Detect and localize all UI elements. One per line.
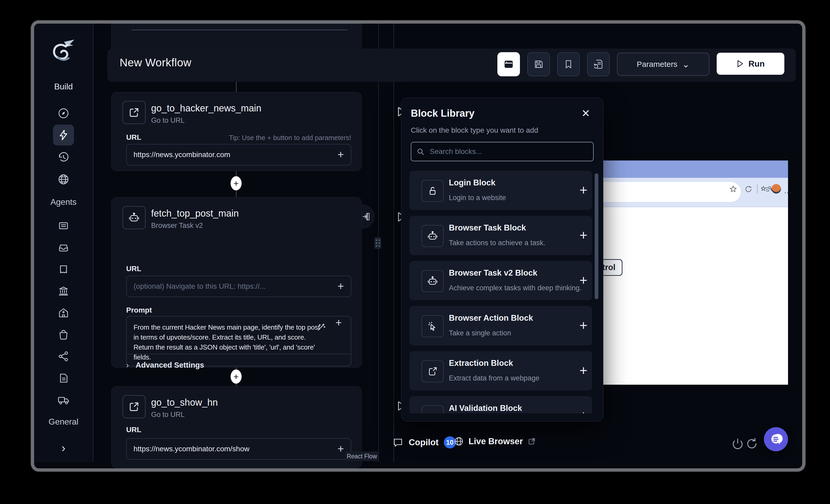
item-title: Login Block: [449, 178, 495, 188]
add-block-between-button[interactable]: +: [231, 369, 242, 383]
sidebar-item-discover[interactable]: [53, 103, 74, 124]
browser-window-icon: [503, 59, 514, 70]
power-icon: [731, 437, 744, 450]
search-box[interactable]: [411, 142, 594, 161]
url-input[interactable]: (optional) Navigate to this URL: https:/…: [126, 276, 351, 297]
generate-code-button[interactable]: [587, 52, 610, 76]
editor-view-button[interactable]: [498, 52, 520, 76]
extract-icon: [421, 360, 444, 382]
flow-node-go-to-hacker-news-main[interactable]: go_to_hacker_news_main Go to URL ⋯ URL T…: [111, 92, 362, 171]
sidebar: Build Agents: [34, 24, 93, 462]
close-panel-button[interactable]: ✕: [579, 106, 593, 121]
sidebar-agent-logistics[interactable]: [53, 390, 74, 410]
refresh-button[interactable]: [745, 437, 758, 450]
circle-check-icon: [421, 405, 444, 413]
chevron-right-icon: ›: [62, 441, 66, 455]
add-block-button[interactable]: +: [579, 318, 587, 332]
open-external-icon[interactable]: [528, 437, 536, 445]
wand-sparkle-icon: [317, 323, 325, 332]
flow-node-fetch-top-post-main[interactable]: fetch_top_post_main Browser Task v2 ⋯ UR…: [111, 197, 362, 368]
add-block-button[interactable]: +: [579, 183, 587, 197]
run-button[interactable]: Run: [717, 53, 784, 75]
plus-icon: +: [233, 178, 239, 189]
power-button[interactable]: [731, 437, 744, 450]
chevron-right-icon: ›: [126, 361, 129, 369]
item-description: Take actions to achieve a task.: [449, 239, 545, 247]
sidebar-agent-bank[interactable]: [53, 280, 74, 302]
react-flow-attribution[interactable]: React Flow: [345, 451, 379, 461]
sidebar-expand-button[interactable]: ›: [53, 437, 74, 458]
browser-avatar: [771, 184, 781, 194]
sidebar-agent-inbox[interactable]: [53, 237, 74, 258]
robot-icon: [123, 206, 146, 229]
panel-subtitle: Click on the block type you want to add: [411, 126, 538, 135]
library-item-browser-action-block[interactable]: Browser Action Block Take a single actio…: [410, 306, 592, 345]
parameters-label: Parameters: [637, 60, 677, 69]
sidebar-agent-pharmacy[interactable]: [53, 302, 74, 323]
ai-improve-button[interactable]: [317, 323, 325, 332]
add-block-button[interactable]: +: [579, 228, 587, 242]
live-browser-toggle[interactable]: Live Browser: [454, 436, 536, 446]
library-item-browser-task-block[interactable]: Browser Task Block Take actions to achie…: [410, 216, 592, 255]
ribbon-icon: [58, 263, 69, 275]
bag-icon: [58, 329, 69, 341]
save-button[interactable]: [527, 52, 550, 76]
url-input[interactable]: https://news.ycombinator.com/show +: [126, 438, 351, 460]
item-title: Browser Task v2 Block: [449, 268, 537, 278]
attribution-label: React Flow: [347, 453, 377, 460]
chat-fab-button[interactable]: [764, 427, 788, 451]
script-history-icon: [593, 59, 604, 70]
add-block-button[interactable]: +: [579, 364, 587, 377]
live-browser-label: Live Browser: [469, 436, 523, 446]
sidebar-item-history[interactable]: [53, 147, 74, 168]
prompt-textarea[interactable]: From the current Hacker News main page, …: [126, 316, 351, 366]
copilot-toggle[interactable]: Copilot 10: [392, 436, 456, 448]
sidebar-agent-invoice[interactable]: [53, 368, 74, 389]
url-placeholder: (optional) Navigate to this URL: https:/…: [133, 282, 337, 291]
sidebar-agent-shopping[interactable]: [53, 324, 74, 345]
library-item-login-block[interactable]: Login Block Login to a website +: [410, 171, 592, 210]
node-title: go_to_show_hn: [151, 397, 218, 408]
sidebar-agent-news[interactable]: [53, 215, 74, 236]
close-icon: ✕: [581, 107, 590, 119]
globe-icon: [58, 173, 69, 186]
sidebar-agent-share[interactable]: [53, 346, 74, 367]
item-description: Login to a website: [449, 194, 506, 202]
sidebar-item-workflows[interactable]: [53, 125, 74, 145]
advanced-settings-toggle[interactable]: › Advanced Settings: [126, 361, 204, 369]
parameters-dropdown[interactable]: Parameters ⌄: [617, 53, 709, 76]
add-block-button[interactable]: +: [579, 273, 587, 287]
prompt-value: From the current Hacker News main page, …: [133, 322, 322, 362]
bookmark-button[interactable]: [557, 52, 580, 76]
workflow-header: New Workflow Parameters ⌄: [107, 48, 796, 82]
panel-scrollbar-thumb[interactable]: [595, 173, 598, 299]
chat-bubble-icon: [392, 437, 404, 448]
search-icon: [417, 148, 424, 156]
library-item-browser-task-v2-block[interactable]: Browser Task v2 Block Achieve complex ta…: [410, 261, 592, 300]
sidebar-agent-receipt[interactable]: [53, 259, 74, 280]
refresh-icon: [745, 437, 758, 450]
pharmacy-icon: [58, 307, 69, 319]
sidebar-item-browsers[interactable]: [53, 169, 74, 190]
panel-title: Block Library: [411, 108, 475, 119]
flow-node-go-to-show-hn[interactable]: go_to_show_hn Go to URL ⋯ URL https://ne…: [111, 386, 362, 468]
splitter-drag-handle[interactable]: [374, 237, 381, 249]
invoice-icon: [58, 372, 69, 384]
url-label: URL: [126, 426, 141, 434]
search-input[interactable]: [429, 147, 588, 156]
sidebar-section-build: Build: [34, 82, 93, 92]
add-block-between-button[interactable]: +: [231, 176, 242, 190]
library-item-extraction-block[interactable]: Extraction Block Extract data from a web…: [410, 351, 592, 391]
node-subtitle: Go to URL: [151, 116, 185, 125]
add-block-button[interactable]: +: [579, 409, 587, 413]
browser-sync-icon: [744, 185, 752, 193]
app-window: Build Agents: [31, 21, 805, 471]
lock-open-icon: [421, 180, 444, 202]
advanced-settings-label: Advanced Settings: [136, 361, 204, 369]
library-item-ai-validation-block[interactable]: AI Validation Block +: [410, 396, 592, 413]
item-title: Browser Task Block: [449, 223, 526, 233]
external-link-icon: [123, 101, 146, 124]
url-input[interactable]: https://news.ycombinator.com +: [126, 144, 351, 165]
play-icon: [736, 59, 744, 68]
node-title: go_to_hacker_news_main: [151, 103, 261, 114]
